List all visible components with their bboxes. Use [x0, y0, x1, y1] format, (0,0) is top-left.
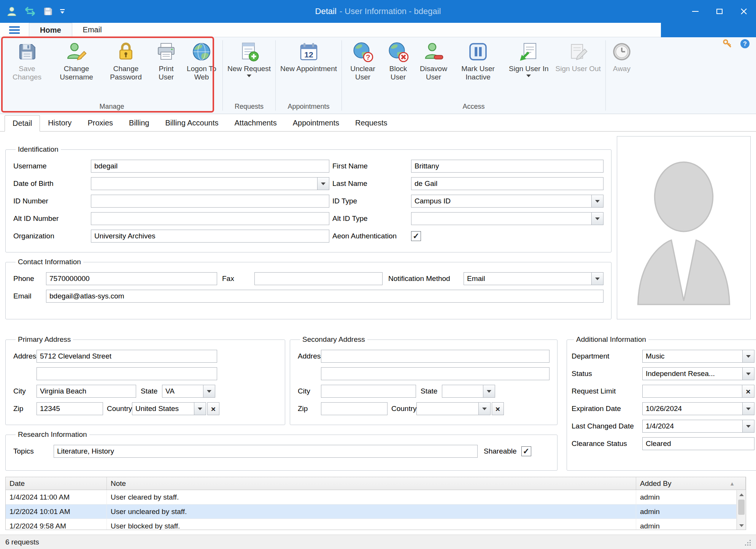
table-row[interactable]: 1/2/2024 9:58 AM User blocked by staff. … [6, 519, 737, 530]
organization-input[interactable] [91, 230, 329, 243]
user-key-icon[interactable] [722, 38, 733, 51]
notification-method-dropdown-button[interactable] [591, 272, 604, 285]
last-changed-date-input[interactable] [642, 420, 742, 433]
secondary-address-line2-input[interactable] [321, 367, 550, 380]
table-row[interactable]: 1/2/2024 10:01 AM User uncleared by staf… [6, 505, 737, 519]
block-user-button[interactable]: Block User [383, 37, 414, 81]
aeon-authentication-checkbox[interactable] [411, 231, 421, 241]
close-button[interactable] [732, 0, 756, 23]
primary-country-dropdown-button[interactable] [194, 402, 206, 415]
ribbon-tab-email[interactable]: Email [72, 23, 113, 37]
table-row[interactable]: 1/4/2024 11:00 AM User cleared by staff.… [6, 490, 737, 505]
sign-user-in-button[interactable]: Sign User In [505, 37, 552, 77]
user-photo[interactable] [617, 136, 751, 319]
minimize-button[interactable] [683, 0, 707, 23]
date-of-birth-dropdown-button[interactable] [317, 177, 329, 190]
logon-to-web-button[interactable]: Logon To Web [182, 37, 221, 81]
scroll-thumb[interactable] [738, 500, 745, 515]
new-appointment-button[interactable]: 12 New Appointment [277, 37, 340, 73]
qat-dropdown-icon[interactable] [59, 8, 65, 15]
tab-detail[interactable]: Detail [5, 115, 40, 132]
primary-city-input[interactable] [37, 385, 136, 398]
column-header-added-by[interactable]: Added By ▲ [636, 477, 746, 490]
phone-input[interactable] [46, 272, 217, 285]
tab-billing[interactable]: Billing [121, 115, 157, 131]
research-info-groupbox: Research Information Topics Shareable [5, 430, 557, 471]
primary-address-legend: Primary Address [16, 335, 73, 344]
menu-button[interactable] [0, 23, 29, 37]
primary-zip-input[interactable] [37, 402, 103, 415]
state-label: State [421, 387, 442, 395]
primary-address-line2-input[interactable] [37, 367, 217, 380]
notification-method-input[interactable] [464, 272, 591, 285]
primary-state-dropdown-button[interactable] [203, 385, 215, 398]
maximize-button[interactable] [707, 0, 732, 23]
help-icon[interactable]: ? [739, 38, 751, 51]
ribbon-tab-home[interactable]: Home [29, 23, 72, 37]
topics-input[interactable] [54, 445, 478, 458]
sign-user-out-button[interactable]: Sign User Out [552, 37, 604, 73]
primary-country-input[interactable] [132, 402, 194, 415]
department-input[interactable] [642, 350, 742, 363]
tab-history[interactable]: History [40, 115, 79, 131]
last-changed-date-dropdown-button[interactable] [742, 420, 754, 433]
secondary-state-dropdown-button[interactable] [483, 385, 495, 398]
secondary-address-line1-input[interactable] [321, 350, 550, 363]
alt-id-type-dropdown-button[interactable] [591, 212, 604, 225]
resize-grip-icon[interactable] [744, 539, 752, 549]
secondary-country-clear-button[interactable]: × [492, 402, 504, 415]
tab-requests[interactable]: Requests [347, 115, 395, 131]
tab-billing-accounts[interactable]: Billing Accounts [157, 115, 226, 131]
email-input[interactable] [46, 290, 604, 303]
undo-icon[interactable] [24, 6, 37, 17]
shareable-checkbox[interactable] [521, 446, 531, 456]
request-limit-input[interactable] [642, 385, 742, 398]
last-name-input[interactable] [411, 177, 604, 190]
request-limit-clear-button[interactable]: × [742, 385, 754, 398]
secondary-state-input[interactable] [442, 385, 483, 398]
tab-attachments[interactable]: Attachments [227, 115, 285, 131]
status-dropdown-button[interactable] [742, 367, 754, 380]
mark-user-inactive-button[interactable]: Mark User Inactive [453, 37, 503, 81]
date-of-birth-input[interactable] [91, 177, 317, 190]
column-header-note[interactable]: Note [107, 477, 636, 490]
primary-address-line1-input[interactable] [37, 350, 217, 363]
tab-appointments[interactable]: Appointments [285, 115, 347, 131]
expiration-date-dropdown-button[interactable] [742, 402, 754, 415]
save-icon[interactable] [43, 6, 53, 17]
new-request-button[interactable]: New Request [224, 37, 274, 77]
country-label: Country [107, 405, 132, 413]
unclear-user-button[interactable]: ? Unclear User [343, 37, 383, 81]
print-user-button[interactable]: Print User [151, 37, 182, 81]
column-header-date[interactable]: Date [6, 477, 107, 490]
disavow-user-button[interactable]: Disavow User [414, 37, 453, 81]
id-type-input[interactable] [411, 195, 591, 208]
tab-proxies[interactable]: Proxies [79, 115, 121, 131]
primary-state-input[interactable] [162, 385, 203, 398]
username-input[interactable] [91, 160, 329, 173]
secondary-city-input[interactable] [321, 385, 416, 398]
change-password-button[interactable]: Change Password [101, 37, 151, 81]
first-name-input[interactable] [411, 160, 604, 173]
change-username-button[interactable]: Change Username [52, 37, 101, 81]
secondary-country-dropdown-button[interactable] [478, 402, 491, 415]
grid-scrollbar[interactable] [737, 490, 746, 530]
id-type-dropdown-button[interactable] [591, 195, 604, 208]
dropdown-caret-icon [526, 75, 531, 77]
secondary-country-input[interactable] [416, 402, 478, 415]
alt-id-type-input[interactable] [411, 212, 591, 225]
department-dropdown-button[interactable] [742, 350, 754, 363]
expiration-date-input[interactable] [642, 402, 742, 415]
clearance-status-input[interactable] [642, 437, 754, 450]
primary-country-clear-button[interactable]: × [207, 402, 219, 415]
alt-id-number-input[interactable] [91, 212, 329, 225]
save-changes-button[interactable]: Save Changes [2, 37, 52, 81]
fax-input[interactable] [254, 272, 383, 285]
away-button[interactable]: Away [607, 37, 637, 73]
secondary-zip-input[interactable] [321, 402, 388, 415]
scroll-up-button[interactable] [737, 490, 746, 499]
id-number-input[interactable] [91, 195, 329, 208]
scroll-down-button[interactable] [737, 521, 746, 530]
status-input[interactable] [642, 367, 742, 380]
user-icon[interactable] [6, 6, 17, 17]
